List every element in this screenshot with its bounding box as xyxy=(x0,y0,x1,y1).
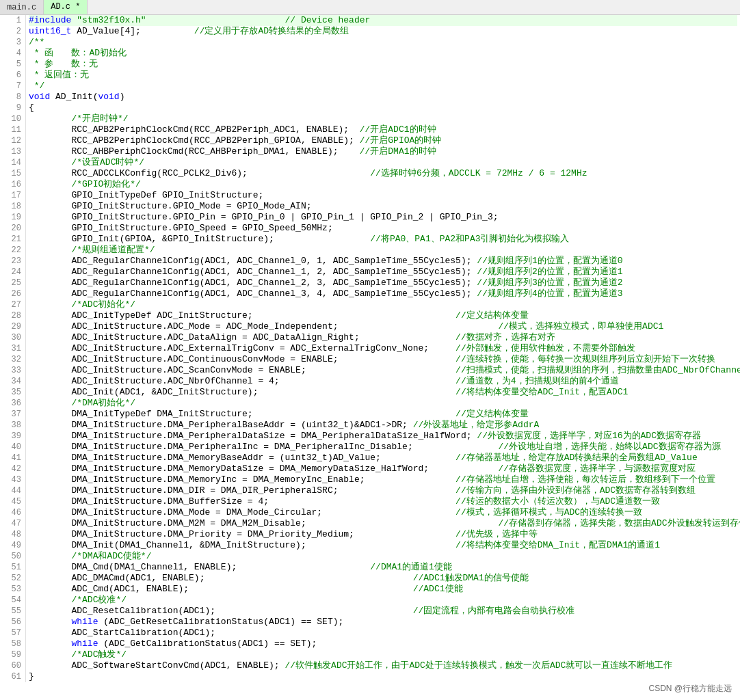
line-number-42: 42 xyxy=(3,463,21,474)
token: /*规则组通道配置*/ xyxy=(29,245,155,255)
code-line-30: ADC_InitStructure.ADC_DataAlign = ADC_Da… xyxy=(29,332,737,343)
code-content[interactable]: #include "stm32f10x.h" // Device headeru… xyxy=(26,15,740,682)
code-line-13: RCC_AHBPeriphClockCmd(RCC_AHBPeriph_DMA1… xyxy=(29,146,737,157)
token: //将PA0、PA1、PA2和PA3引脚初始化为模拟输入 xyxy=(274,234,570,244)
token: AD_Init( xyxy=(50,92,98,102)
code-line-4: * 函 数：AD初始化 xyxy=(29,48,737,59)
token: GPIO_InitStructure.GPIO_Speed = GPIO_Spe… xyxy=(29,223,333,233)
line-number-38: 38 xyxy=(3,420,21,431)
watermark: CSDN @行稳方能走远 xyxy=(648,683,732,695)
line-number-43: 43 xyxy=(3,474,21,485)
code-line-15: RCC_ADCCLKConfig(RCC_PCLK2_Div6); //选择时钟… xyxy=(29,168,737,179)
line-number-26: 26 xyxy=(3,288,21,299)
line-number-58: 58 xyxy=(3,638,21,649)
code-line-37: DMA_InitTypeDef DMA_InitStructure; //定义结… xyxy=(29,409,737,420)
token: #include xyxy=(29,15,71,25)
code-line-8: void AD_Init(void) xyxy=(29,92,737,103)
token: ADC_RegularChannelConfig(ADC1, ADC_Chann… xyxy=(29,288,472,299)
code-line-34: ADC_InitStructure.ADC_NbrOfChannel = 4; … xyxy=(29,376,737,387)
token: DMA_InitStructure.DMA_MemoryDataSize = D… xyxy=(29,463,429,474)
tab-main-c[interactable]: main.c xyxy=(0,0,44,14)
code-line-50: /*DMA和ADC使能*/ xyxy=(29,551,737,562)
line-number-14: 14 xyxy=(3,157,21,168)
line-number-57: 57 xyxy=(3,628,21,638)
token: ADC_DMACmd(ADC1, ENABLE); xyxy=(29,573,204,583)
line-number-9: 9 xyxy=(3,103,21,113)
token: DMA_InitStructure.DMA_BufferSize = 4; xyxy=(29,496,269,507)
token: ADC_InitStructure.ADC_ScanConvMode = ENA… xyxy=(29,365,306,375)
token: * 返回值：无 xyxy=(29,70,89,80)
token: ADC_InitStructure.ADC_ContinuousConvMode… xyxy=(29,354,339,364)
code-line-61: } xyxy=(29,671,737,682)
line-number-1: 1 xyxy=(3,15,21,26)
line-number-21: 21 xyxy=(3,234,21,245)
line-number-44: 44 xyxy=(3,485,21,496)
line-number-13: 13 xyxy=(3,146,21,157)
token: AD_Value[4]; xyxy=(71,26,140,36)
code-line-35: ADC_Init(ADC1, &ADC_InitStructure); //将结… xyxy=(29,387,737,398)
code-line-26: ADC_RegularChannelConfig(ADC1, ADC_Chann… xyxy=(29,288,737,299)
token: //开启ADC1的时钟 xyxy=(349,124,436,135)
tab-main-c-label: main.c xyxy=(7,3,36,12)
line-number-48: 48 xyxy=(3,529,21,540)
line-number-12: 12 xyxy=(3,135,21,146)
line-number-3: 3 xyxy=(3,37,21,48)
code-line-16: /*GPIO初始化*/ xyxy=(29,179,737,190)
code-line-51: DMA_Cmd(DMA1_Channel1, ENABLE); //DMA1的通… xyxy=(29,562,737,573)
token: DMA_Init(DMA1_Channel1, &DMA_InitStructu… xyxy=(29,540,306,550)
code-line-10: /*开启时钟*/ xyxy=(29,113,737,124)
token: ADC_InitStructure.ADC_Mode = ADC_Mode_In… xyxy=(29,321,339,332)
token: //外设地址自增，选择失能，始终以ADC数据寄存器为源 xyxy=(413,442,721,452)
code-line-48: DMA_InitStructure.DMA_Priority = DMA_Pri… xyxy=(29,529,737,540)
line-number-40: 40 xyxy=(3,442,21,453)
token: /*DMA初始化*/ xyxy=(29,398,135,408)
line-number-36: 36 xyxy=(3,398,21,409)
line-number-8: 8 xyxy=(3,92,21,103)
line-number-49: 49 xyxy=(3,540,21,551)
token: //优先级，选择中等 xyxy=(354,529,538,539)
code-line-59: /*ADC触发*/ xyxy=(29,649,737,660)
token: DMA_InitStructure.DMA_Priority = DMA_Pri… xyxy=(29,529,354,539)
code-line-23: ADC_RegularChannelConfig(ADC1, ADC_Chann… xyxy=(29,256,737,267)
token: ADC_RegularChannelConfig(ADC1, ADC_Chann… xyxy=(29,278,472,288)
token: //传输方向，选择由外设到存储器，ADC数据寄存器转到数组 xyxy=(339,485,696,496)
code-line-44: DMA_InitStructure.DMA_DIR = DMA_DIR_Peri… xyxy=(29,485,737,496)
token: DMA_InitStructure.DMA_MemoryInc = DMA_Me… xyxy=(29,474,365,485)
token: ADC_Cmd(ADC1, ENABLE); xyxy=(29,584,189,594)
token: */ xyxy=(29,81,44,91)
token: DMA_Cmd(DMA1_Channel1, ENABLE); xyxy=(29,562,237,572)
code-line-18: GPIO_InitStructure.GPIO_Mode = GPIO_Mode… xyxy=(29,201,737,212)
code-line-57: ADC_StartCalibration(ADC1); xyxy=(29,628,737,638)
token: (ADC_GetResetCalibrationStatus(ADC1) == … xyxy=(98,617,343,627)
token: //外部触发，使用软件触发，不需要外部触发 xyxy=(429,343,635,353)
code-line-54: /*ADC校准*/ xyxy=(29,595,737,606)
code-line-20: GPIO_InitStructure.GPIO_Speed = GPIO_Spe… xyxy=(29,223,737,234)
line-number-32: 32 xyxy=(3,354,21,365)
token: //通道数，为4，扫描规则组的前4个通道 xyxy=(280,376,620,386)
tab-ad-c[interactable]: AD.c * xyxy=(44,0,88,14)
code-line-32: ADC_InitStructure.ADC_ContinuousConvMode… xyxy=(29,354,737,365)
line-number-5: 5 xyxy=(3,59,21,70)
code-line-31: ADC_InitStructure.ADC_ExternalTrigConv =… xyxy=(29,343,737,354)
line-number-16: 16 xyxy=(3,179,21,190)
token: DMA_InitStructure.DMA_PeripheralInc = DM… xyxy=(29,442,413,452)
code-line-40: DMA_InitStructure.DMA_PeripheralInc = DM… xyxy=(29,442,737,453)
token: /** xyxy=(29,37,44,47)
token: /*ADC初始化*/ xyxy=(29,299,135,310)
token: //将结构体变量交给ADC_Init，配置ADC1 xyxy=(258,387,628,397)
code-line-53: ADC_Cmd(ADC1, ENABLE); //ADC1使能 xyxy=(29,584,737,595)
token: DMA_InitStructure.DMA_PeripheralBaseAddr… xyxy=(29,420,408,430)
token: GPIO_InitTypeDef GPIO_InitStructure; xyxy=(29,190,263,200)
token: //扫描模式，使能，扫描规则组的序列，扫描数量由ADC_NbrOfChannel… xyxy=(306,365,740,375)
code-line-12: RCC_APB2PeriphClockCmd(RCC_APB2Periph_GP… xyxy=(29,135,737,146)
token: //将结构体变量交给DMA_Init，配置DMA1的通道1 xyxy=(306,540,660,550)
line-number-33: 33 xyxy=(3,365,21,376)
line-number-4: 4 xyxy=(3,48,21,59)
token: //外设基地址，给定形参AddrA xyxy=(408,420,539,430)
line-number-7: 7 xyxy=(3,81,21,92)
line-number-41: 41 xyxy=(3,453,21,463)
token: uint16_t xyxy=(29,26,71,36)
token: { xyxy=(29,103,34,113)
line-number-59: 59 xyxy=(3,649,21,660)
code-line-42: DMA_InitStructure.DMA_MemoryDataSize = D… xyxy=(29,463,737,474)
